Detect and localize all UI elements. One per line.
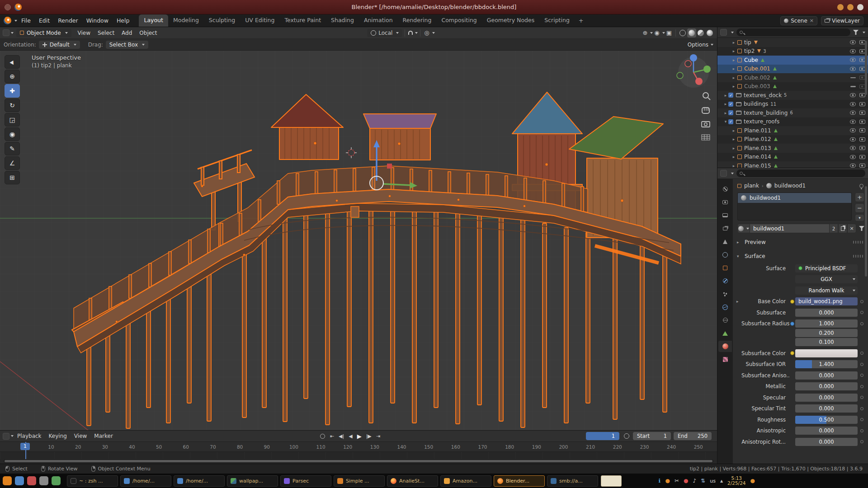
decorator-icon[interactable]	[860, 407, 863, 410]
properties-tab-object[interactable]	[718, 262, 732, 273]
weather-icon[interactable]: ●	[750, 478, 755, 483]
eye-icon[interactable]	[850, 77, 856, 79]
properties-tab-constraints[interactable]	[718, 314, 732, 326]
proportional-edit-icon[interactable]: ◎	[423, 29, 430, 36]
prev-frame-button[interactable]: ◀	[346, 433, 354, 439]
menu-item[interactable]: Render	[54, 14, 82, 27]
viewlayer-selector[interactable]: ViewLayer	[821, 16, 863, 25]
blender-menu-icon[interactable]	[4, 17, 11, 24]
shading-rendered-button[interactable]	[705, 28, 714, 38]
property-field[interactable]: 0.000	[795, 404, 858, 413]
add-slot-button[interactable]: +	[855, 192, 864, 202]
outliner-row[interactable]: ▸ ✓ Plane.014	[717, 153, 868, 162]
decorator-icon[interactable]	[860, 385, 863, 388]
outliner-row[interactable]: ▸ ✓ Plane.015	[717, 161, 868, 168]
workspace-tab[interactable]: Texture Paint	[279, 14, 326, 27]
disclosure-arrow[interactable]: ▸	[731, 66, 736, 71]
timeline-menu-item[interactable]: Marker	[90, 433, 116, 439]
properties-tab-particles[interactable]	[718, 288, 732, 300]
rotate-tool[interactable]: ↻	[5, 99, 20, 112]
timeline-ruler[interactable]: 1020304050607080901001101201301401501601…	[0, 442, 717, 452]
shading-solid-button[interactable]	[687, 28, 696, 38]
eye-icon[interactable]	[850, 86, 856, 87]
disclosure-arrow[interactable]: ▾	[723, 119, 728, 124]
timeline-scrollbar[interactable]	[4, 460, 713, 463]
menu-item[interactable]: Window	[82, 14, 113, 27]
frame-end-field[interactable]: End 250	[674, 432, 712, 440]
property-field[interactable]: 0.000	[795, 394, 858, 402]
camera-visibility-icon[interactable]	[859, 164, 865, 168]
drag-dropdown[interactable]: Select Box	[106, 41, 148, 49]
disclosure-arrow[interactable]: ▸	[731, 128, 736, 133]
browser-launcher-icon[interactable]	[52, 476, 61, 485]
network-icon[interactable]: ⇅	[701, 478, 705, 483]
move-tool[interactable]: ✚	[5, 84, 20, 98]
eye-icon[interactable]	[850, 58, 856, 62]
security-icon[interactable]: ●	[684, 478, 688, 483]
pin-icon[interactable]	[859, 184, 863, 188]
surface-panel-header[interactable]: ▾ Surface	[733, 251, 868, 261]
snap-caret[interactable]	[415, 32, 418, 34]
eye-icon[interactable]	[850, 49, 856, 53]
outliner-row[interactable]: ▸ ✓ Cube	[717, 56, 868, 65]
collection-checkbox[interactable]: ✓	[728, 119, 733, 124]
color-swatch[interactable]	[795, 349, 858, 357]
collection-checkbox[interactable]: ✓	[728, 110, 733, 115]
property-field[interactable]: 1.000	[795, 319, 858, 328]
eye-icon[interactable]	[850, 137, 856, 141]
taskbar-window-button[interactable]: Amazon...	[440, 475, 491, 487]
eye-icon[interactable]	[850, 164, 856, 168]
outliner-row[interactable]: ▸ ✓ Cube.003	[717, 82, 868, 91]
editor-type-icon[interactable]	[3, 29, 9, 36]
keyboard-layout-indicator[interactable]: us	[710, 478, 716, 484]
property-field[interactable]	[795, 349, 858, 357]
disclosure-arrow[interactable]: ▸	[731, 75, 736, 80]
workspace-tab[interactable]: Shading	[326, 14, 359, 27]
taskbar-window-button[interactable]: ~ : zsh ...	[67, 475, 118, 487]
taskbar-window-button[interactable]: AnalieSt...	[387, 475, 438, 487]
outliner-row[interactable]: ▾ ✓ texture_roofs	[717, 117, 868, 127]
row-name[interactable]: Plane.014	[744, 154, 771, 160]
property-field[interactable]: 0.000	[795, 438, 858, 446]
properties-tab-output[interactable]	[718, 210, 732, 221]
scale-tool[interactable]: ◲	[5, 113, 20, 127]
options-caret[interactable]	[711, 44, 713, 46]
property-field[interactable]: 1.400	[795, 360, 858, 368]
workspace-tab[interactable]: UV Editing	[240, 14, 279, 27]
property-field[interactable]: 0.200	[795, 329, 858, 337]
row-name[interactable]: textures_dock	[744, 92, 782, 99]
panel-grip[interactable]	[853, 255, 864, 258]
property-field[interactable]: 0.500	[795, 416, 858, 424]
menu-item[interactable]: Edit	[35, 14, 54, 27]
scene-unlink-icon[interactable]: ×	[810, 18, 814, 23]
notifications-icon[interactable]: ℹ	[659, 478, 661, 483]
cursor-tool[interactable]: ⊕	[5, 70, 20, 83]
properties-tab-texture[interactable]	[718, 354, 732, 365]
disclosure-arrow[interactable]: ▸	[731, 58, 736, 62]
eye-icon[interactable]	[850, 93, 856, 97]
properties-tab-material[interactable]	[718, 341, 732, 352]
camera-visibility-icon[interactable]	[859, 111, 865, 115]
taskbar-window-button[interactable]: Parsec	[280, 475, 331, 487]
snap-magnet-icon[interactable]	[408, 31, 413, 35]
property-field[interactable]: 0.000	[795, 382, 858, 390]
shading-wireframe-button[interactable]	[678, 28, 687, 38]
row-name[interactable]: Plane.013	[744, 145, 771, 151]
row-name[interactable]: Cube.003	[744, 83, 770, 89]
material-slot[interactable]: buildwood1	[738, 193, 851, 203]
volume-icon[interactable]: ♪	[693, 478, 696, 483]
add-workspace-button[interactable]: +	[575, 17, 588, 24]
decorator-icon[interactable]	[860, 363, 863, 366]
outliner-search-input[interactable]	[736, 28, 850, 36]
measure-tool[interactable]: ∠	[5, 156, 20, 170]
collection-checkbox[interactable]: ✓	[728, 102, 733, 107]
disclosure-arrow[interactable]: ▸	[731, 164, 736, 168]
row-name[interactable]: texture_roofs	[744, 118, 779, 125]
disclosure-arrow[interactable]: ▸	[723, 102, 728, 106]
material-filter-icon[interactable]	[859, 226, 864, 231]
current-frame-field[interactable]: 1	[586, 432, 619, 440]
xray-toggle-icon[interactable]: ▣	[665, 29, 673, 36]
property-field[interactable]: 0.000	[795, 427, 858, 435]
orientation-setting-dropdown[interactable]: Default	[39, 41, 80, 49]
property-field[interactable]: 0.000	[795, 371, 858, 380]
